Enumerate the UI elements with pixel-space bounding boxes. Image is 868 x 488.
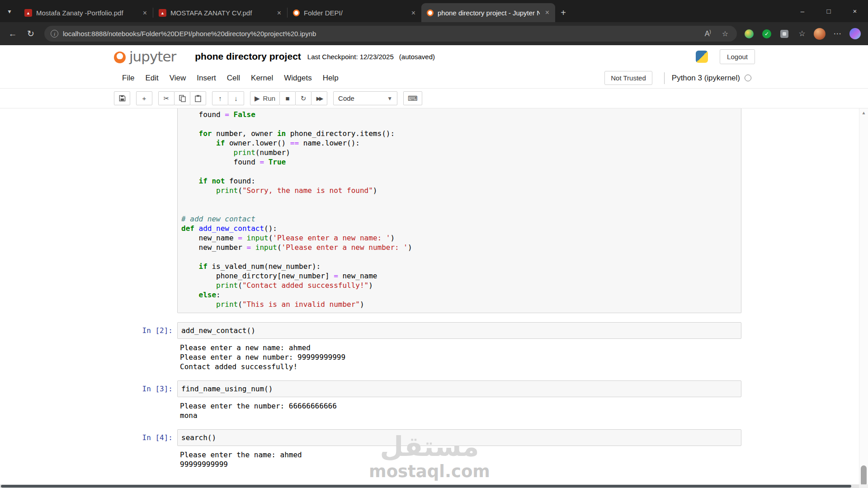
- chevron-down-icon: ▼: [387, 95, 392, 102]
- jupyter-planet-icon: [114, 52, 126, 63]
- menu-file[interactable]: File: [117, 74, 140, 83]
- browser-essentials-icon[interactable]: [742, 27, 756, 41]
- cut-cell-button[interactable]: ✂: [158, 91, 175, 105]
- jupyter-toolbar: + ✂ ↑ ↓ ▶ Run ■ ↻ ▶▶ Code ▼: [0, 89, 868, 108]
- favorite-star-icon[interactable]: ☆: [719, 29, 731, 38]
- move-cell-down-button[interactable]: ↓: [228, 91, 244, 105]
- restart-kernel-button[interactable]: ↻: [295, 91, 311, 105]
- browser-titlebar: ▾ ▲ Mostafa Zanaty -Portfolio.pdf × ▲ MO…: [0, 0, 868, 22]
- tab-label: Folder DEPI/: [304, 9, 406, 17]
- jupyter-logo[interactable]: jupyter: [114, 48, 176, 65]
- jupyter-wordmark: jupyter: [129, 48, 176, 65]
- autosave-text: (autosaved): [399, 53, 435, 61]
- settings-more-icon[interactable]: ⋯: [830, 27, 844, 41]
- pdf-icon: ▲: [159, 9, 166, 17]
- cell-input[interactable]: find_name_using_num(): [177, 380, 741, 397]
- new-tab-button[interactable]: +: [555, 4, 571, 22]
- favorites-hub-icon[interactable]: ☆: [795, 27, 809, 41]
- extension-check-icon[interactable]: ✓: [760, 27, 774, 41]
- add-cell-button[interactable]: +: [136, 91, 152, 105]
- save-button[interactable]: [114, 91, 130, 105]
- tab-close-icon[interactable]: ×: [410, 9, 417, 17]
- play-icon: ▶: [255, 94, 260, 103]
- keyboard-icon: ⌨: [408, 94, 418, 103]
- refresh-icon[interactable]: ↻: [23, 26, 39, 42]
- checkpoint-text: Last Checkpoint: 12/23/2025: [307, 53, 394, 61]
- address-bar[interactable]: i localhost:8888/notebooks/Folder%20DEPI…: [44, 26, 737, 42]
- stop-icon: ■: [286, 94, 290, 102]
- url-text[interactable]: localhost:8888/notebooks/Folder%20DEPI/p…: [63, 30, 697, 38]
- scrollbar-corner: [859, 484, 868, 488]
- arrow-down-icon: ↓: [234, 94, 238, 102]
- vertical-scrollbar-thumb[interactable]: [861, 465, 867, 486]
- tab-phone-directory-active[interactable]: phone directory project - Jupyter N ×: [421, 3, 555, 22]
- menu-kernel[interactable]: Kernel: [245, 74, 278, 83]
- restart-run-all-button[interactable]: ▶▶: [311, 91, 327, 105]
- pdf-icon: ▲: [24, 9, 32, 17]
- close-button[interactable]: ×: [842, 0, 868, 22]
- save-icon: [119, 95, 126, 102]
- cell-input[interactable]: add_new_contact(): [177, 322, 741, 339]
- menu-view[interactable]: View: [164, 74, 192, 83]
- cut-icon: ✂: [164, 94, 170, 103]
- tab-close-icon[interactable]: ×: [142, 9, 148, 17]
- jupyter-header: jupyter phone directory project Last Che…: [0, 45, 868, 68]
- arrow-up-icon: ↑: [218, 94, 222, 102]
- paste-cell-button[interactable]: [190, 91, 206, 105]
- kernel-name: Python 3 (ipykernel): [672, 74, 740, 83]
- cell-input[interactable]: search(): [177, 429, 741, 446]
- copy-cell-button[interactable]: [174, 91, 190, 105]
- tab-folder-depi[interactable]: Folder DEPI/ ×: [288, 4, 421, 22]
- tab-close-icon[interactable]: ×: [544, 9, 551, 17]
- cell-in3: In [3]: find_name_using_num(): [136, 380, 741, 397]
- notebook-area: found = False for number, owner in phone…: [0, 108, 868, 488]
- interrupt-kernel-button[interactable]: ■: [279, 91, 296, 105]
- cell-output: Please enter the name: ahmed 99999999999: [180, 450, 741, 469]
- minimize-button[interactable]: –: [789, 0, 816, 22]
- command-palette-button[interactable]: ⌨: [403, 91, 422, 105]
- menu-cell[interactable]: Cell: [222, 74, 245, 83]
- notebook-cells: found = False for number, owner in phone…: [136, 108, 741, 469]
- tab-cv-pdf[interactable]: ▲ MOSTAFA ZANATY CV.pdf ×: [153, 4, 287, 22]
- read-aloud-icon[interactable]: A): [702, 29, 714, 38]
- tab-portfolio-pdf[interactable]: ▲ Mostafa Zanaty -Portfolio.pdf ×: [19, 4, 153, 22]
- tab-label: MOSTAFA ZANATY CV.pdf: [170, 9, 272, 17]
- maximize-button[interactable]: □: [816, 0, 842, 22]
- tab-label: Mostafa Zanaty -Portfolio.pdf: [36, 9, 137, 17]
- site-info-icon[interactable]: i: [51, 30, 58, 38]
- move-cell-up-button[interactable]: ↑: [212, 91, 228, 105]
- menu-help[interactable]: Help: [317, 74, 344, 83]
- profile-avatar[interactable]: [813, 27, 826, 41]
- extensions-icon[interactable]: [778, 27, 791, 41]
- horizontal-scrollbar-thumb[interactable]: [1, 485, 851, 488]
- cell-in2: In [2]: add_new_contact(): [136, 322, 741, 339]
- cell-in4: In [4]: search(): [136, 429, 741, 446]
- paste-icon: [195, 95, 201, 102]
- horizontal-scrollbar[interactable]: [0, 484, 859, 488]
- not-trusted-badge[interactable]: Not Trusted: [604, 71, 652, 85]
- run-button[interactable]: ▶ Run: [250, 91, 280, 105]
- tab-close-icon[interactable]: ×: [276, 9, 283, 17]
- back-icon[interactable]: ←: [5, 26, 21, 42]
- fast-forward-icon: ▶▶: [316, 95, 322, 102]
- kernel-indicator-icon: [745, 75, 751, 81]
- tab-search-chevron-icon[interactable]: ▾: [0, 0, 19, 22]
- vertical-scrollbar[interactable]: ▲: [859, 108, 868, 484]
- menu-widgets[interactable]: Widgets: [278, 74, 317, 83]
- code-cell-input[interactable]: found = False for number, owner in phone…: [177, 108, 741, 313]
- notebook-title[interactable]: phone directory project: [195, 51, 301, 62]
- menu-edit[interactable]: Edit: [140, 74, 164, 83]
- window-controls: – □ ×: [789, 0, 868, 22]
- logout-button[interactable]: Logout: [720, 49, 755, 64]
- input-prompt: In [4]:: [136, 429, 177, 446]
- cell-type-select[interactable]: Code ▼: [333, 91, 397, 105]
- scroll-up-arrow-icon[interactable]: ▲: [859, 110, 868, 115]
- menu-insert[interactable]: Insert: [191, 74, 222, 83]
- input-prompt: In [3]:: [136, 380, 177, 397]
- tab-strip: ▲ Mostafa Zanaty -Portfolio.pdf × ▲ MOST…: [19, 0, 571, 22]
- tab-label: phone directory project - Jupyter N: [438, 9, 540, 17]
- copy-icon: [179, 95, 186, 102]
- jupyter-favicon-icon: [427, 9, 434, 16]
- copilot-icon[interactable]: [848, 27, 862, 41]
- python-logo-icon: [696, 51, 708, 63]
